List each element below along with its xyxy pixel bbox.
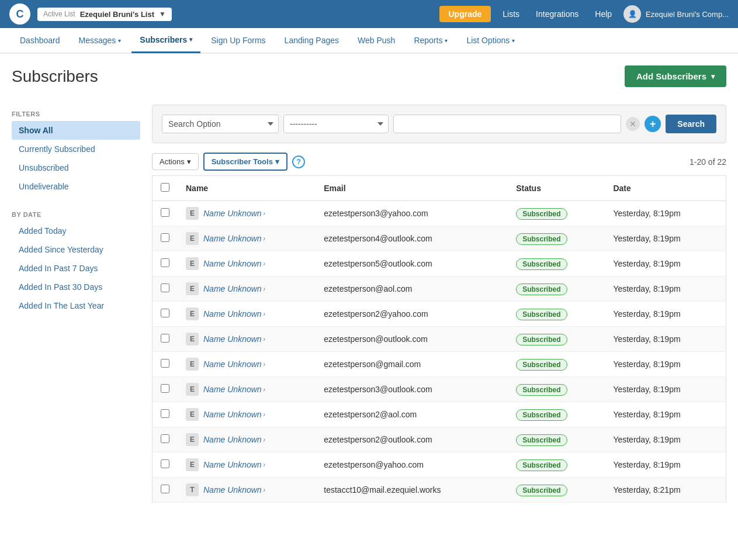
- row-checkbox-cell[interactable]: [153, 352, 178, 377]
- row-checkbox-cell[interactable]: [153, 327, 178, 352]
- row-checkbox-cell[interactable]: [153, 201, 178, 226]
- sidebar-item-currently-subscribed[interactable]: Currently Subscribed: [12, 140, 140, 158]
- top-nav-lists[interactable]: Lists: [498, 9, 524, 19]
- row-checkbox[interactable]: [161, 409, 169, 418]
- page-content: FILTERS Show All Currently Subscribed Un…: [0, 93, 738, 514]
- row-checkbox[interactable]: [161, 334, 169, 343]
- subscriber-tools-button[interactable]: Subscriber Tools ▾: [203, 153, 287, 171]
- subscriber-name-link[interactable]: Name Unknown ›: [203, 234, 265, 243]
- name-cell: E Name Unknown ›: [178, 377, 316, 402]
- nav-reports[interactable]: Reports ▾: [406, 29, 456, 52]
- nav-landing-pages[interactable]: Landing Pages: [276, 29, 347, 52]
- select-all-header[interactable]: [153, 176, 178, 201]
- nav-subscribers[interactable]: Subscribers ▾: [131, 28, 200, 53]
- date-cell: Yesterday, 8:19pm: [605, 201, 726, 226]
- search-button[interactable]: Search: [666, 115, 716, 133]
- nav-messages[interactable]: Messages ▾: [71, 29, 130, 52]
- subscriber-name-link[interactable]: Name Unknown ›: [203, 334, 265, 344]
- row-checkbox[interactable]: [161, 434, 169, 443]
- nav-dashboard[interactable]: Dashboard: [12, 29, 68, 52]
- user-menu[interactable]: 👤 Ezequiel Bruni's Comp...: [623, 5, 729, 23]
- active-list-name: Ezequiel Bruni's List: [80, 10, 154, 19]
- table-row: E Name Unknown › ezetestperson@yahoo.com…: [153, 452, 726, 478]
- active-list-selector[interactable]: Active List Ezequiel Bruni's List ▼: [37, 8, 172, 21]
- subscriber-name-link[interactable]: Name Unknown ›: [203, 385, 265, 394]
- status-badge: Subscribed: [516, 334, 567, 345]
- row-checkbox-cell[interactable]: [153, 427, 178, 452]
- row-checkbox[interactable]: [161, 258, 169, 267]
- row-checkbox-cell[interactable]: [153, 478, 178, 503]
- subscriber-name-link[interactable]: Name Unknown ›: [203, 435, 265, 444]
- row-checkbox-cell[interactable]: [153, 302, 178, 327]
- search-value-select[interactable]: ----------: [283, 115, 389, 133]
- sidebar-item-added-today[interactable]: Added Today: [12, 222, 140, 240]
- subscriber-name-link[interactable]: Name Unknown ›: [203, 209, 265, 218]
- sidebar-item-added-past-30-days[interactable]: Added In Past 30 Days: [12, 278, 140, 296]
- top-nav-help[interactable]: Help: [590, 9, 616, 19]
- row-checkbox[interactable]: [161, 284, 169, 292]
- subscriber-name-link[interactable]: Name Unknown ›: [203, 410, 265, 419]
- active-list-label: Active List: [43, 10, 75, 18]
- subscriber-name-link[interactable]: Name Unknown ›: [203, 284, 265, 293]
- nav-web-push[interactable]: Web Push: [349, 29, 403, 52]
- logo: C: [9, 4, 30, 25]
- row-checkbox[interactable]: [161, 485, 169, 493]
- status-cell: Subscribed: [508, 427, 605, 452]
- sidebar-item-added-last-year[interactable]: Added In The Last Year: [12, 296, 140, 315]
- search-option-select[interactable]: Search Option: [162, 115, 279, 133]
- search-text-input[interactable]: [393, 115, 621, 133]
- subscriber-name-link[interactable]: Name Unknown ›: [203, 460, 265, 469]
- row-checkbox[interactable]: [161, 359, 169, 368]
- row-checkbox[interactable]: [161, 309, 169, 317]
- status-cell: Subscribed: [508, 327, 605, 352]
- row-checkbox-cell[interactable]: [153, 377, 178, 402]
- table-row: E Name Unknown › ezetestperson5@outlook.…: [153, 251, 726, 276]
- add-subscribers-button[interactable]: Add Subscribers ▾: [625, 65, 726, 87]
- sidebar-item-added-past-7-days[interactable]: Added In Past 7 Days: [12, 259, 140, 278]
- subscriber-name-link[interactable]: Name Unknown ›: [203, 259, 265, 268]
- date-cell: Yesterday, 8:19pm: [605, 302, 726, 327]
- email-cell: ezetestperson@aol.com: [316, 276, 508, 302]
- row-checkbox[interactable]: [161, 384, 169, 393]
- avatar: 👤: [623, 5, 641, 23]
- chevron-down-icon: ▾: [711, 72, 715, 81]
- sidebar-item-unsubscribed[interactable]: Unsubscribed: [12, 158, 140, 177]
- row-checkbox-cell[interactable]: [153, 452, 178, 478]
- name-cell: E Name Unknown ›: [178, 452, 316, 478]
- top-nav-integrations[interactable]: Integrations: [531, 9, 583, 19]
- sidebar-item-show-all[interactable]: Show All: [12, 121, 140, 140]
- chevron-right-icon: ›: [264, 361, 265, 368]
- nav-signup-forms[interactable]: Sign Up Forms: [203, 29, 273, 52]
- name-badge: E: [186, 408, 199, 421]
- search-clear-button[interactable]: ✕: [626, 117, 640, 131]
- date-column-header: Date: [605, 176, 726, 201]
- name-cell: E Name Unknown ›: [178, 276, 316, 302]
- upgrade-button[interactable]: Upgrade: [439, 6, 491, 22]
- row-checkbox-cell[interactable]: [153, 226, 178, 251]
- subscriber-name-link[interactable]: Name Unknown ›: [203, 485, 265, 495]
- date-cell: Yesterday, 8:19pm: [605, 352, 726, 377]
- date-cell: Yesterday, 8:19pm: [605, 377, 726, 402]
- sidebar-item-undeliverable[interactable]: Undeliverable: [12, 177, 140, 196]
- actions-button[interactable]: Actions ▾: [152, 153, 199, 170]
- chevron-right-icon: ›: [264, 412, 265, 418]
- select-all-checkbox[interactable]: [161, 183, 169, 192]
- search-add-button[interactable]: +: [645, 116, 661, 132]
- subscriber-name-link[interactable]: Name Unknown ›: [203, 359, 265, 369]
- row-checkbox[interactable]: [161, 233, 169, 242]
- name-badge: E: [186, 383, 199, 396]
- subscriber-name-link[interactable]: Name Unknown ›: [203, 309, 265, 319]
- help-icon[interactable]: ?: [292, 155, 305, 168]
- status-badge: Subscribed: [516, 459, 567, 471]
- row-checkbox-cell[interactable]: [153, 251, 178, 276]
- nav-list-options[interactable]: List Options ▾: [458, 29, 523, 52]
- name-badge: E: [186, 458, 199, 471]
- email-cell: ezetestperson3@outlook.com: [316, 377, 508, 402]
- row-checkbox-cell[interactable]: [153, 402, 178, 427]
- row-checkbox[interactable]: [161, 208, 169, 217]
- row-checkbox-cell[interactable]: [153, 276, 178, 302]
- row-checkbox[interactable]: [161, 459, 169, 468]
- chevron-down-icon: ▾: [118, 37, 121, 44]
- table-body: E Name Unknown › ezetestperson3@yahoo.co…: [153, 201, 726, 503]
- sidebar-item-added-since-yesterday[interactable]: Added Since Yesterday: [12, 240, 140, 259]
